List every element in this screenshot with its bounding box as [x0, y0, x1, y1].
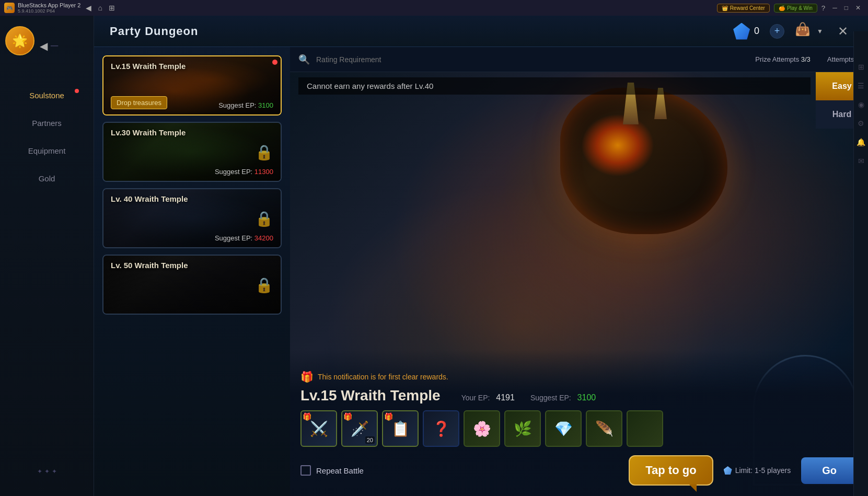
- prize-attempts: Prize Attempts 3/3: [755, 55, 811, 63]
- reward-item-0: 🎁 ⚔️: [300, 410, 337, 447]
- your-ep-value: 4191: [496, 393, 515, 402]
- repeat-checkbox-box[interactable]: [300, 465, 311, 476]
- right-sidebar: ⊞ ☰ ◉ ⚙ 🔔 ✉: [853, 31, 868, 496]
- dungeon-detail: 🔍 Prize Attempts 3/3 Attempts 0: [290, 47, 868, 496]
- action-row: Repeat Battle Tap to go Limit: 1-5 playe…: [300, 455, 858, 486]
- dungeon-card-lv50[interactable]: Lv. 50 Wraith Temple 🔒: [102, 255, 282, 315]
- titlebar-info: BlueStacks App Player 2 5.9.410.1002 P64: [18, 2, 80, 14]
- nav-home-button[interactable]: ⌂: [96, 3, 104, 13]
- add-gem-button[interactable]: +: [770, 24, 784, 39]
- main-content: Party Dungeon 0 + 👜 ▼ ✕: [94, 16, 868, 496]
- notification-text: This notification is for first clear rew…: [318, 373, 448, 381]
- search-bar: 🔍 Prize Attempts 3/3 Attempts 0: [290, 47, 868, 72]
- dungeon-title-lv15: Lv.15 Wraith Temple: [111, 62, 273, 71]
- hard-label: Hard: [832, 110, 851, 119]
- limit-info: Limit: 1-5 players: [724, 466, 791, 475]
- repeat-battle-checkbox[interactable]: Repeat Battle: [300, 465, 364, 476]
- titlebar: 🎮 BlueStacks App Player 2 5.9.410.1002 P…: [0, 0, 868, 16]
- rs-icon-2[interactable]: ☰: [858, 82, 864, 90]
- sidebar-item-gold[interactable]: Gold: [0, 165, 94, 192]
- reward-icon-0: ⚔️: [310, 420, 328, 437]
- prize-attempts-label: Prize Attempts: [755, 55, 799, 63]
- search-input[interactable]: [316, 55, 749, 64]
- dungeon-card-lv15[interactable]: Lv.15 Wraith Temple Drop treasures Sugge…: [102, 55, 282, 116]
- card-bottom-lv30: Suggest EP: 11300: [111, 168, 273, 176]
- close-panel-button[interactable]: ✕: [834, 22, 852, 41]
- breadcrumb-separator: ─: [51, 40, 58, 52]
- suggest-ep-label: Suggest EP:: [530, 394, 571, 402]
- reward-icon-7: 🪶: [595, 420, 614, 437]
- sidebar-item-partners[interactable]: Partners: [0, 109, 94, 137]
- dungeon-ep-lv30: Suggest EP: 11300: [215, 168, 273, 176]
- warning-notice: Cannot earn any rewards after Lv.40: [298, 77, 811, 95]
- dungeon-badge-lv15: Drop treasures: [111, 96, 167, 109]
- topbar: Party Dungeon 0 + 👜 ▼ ✕: [94, 16, 868, 47]
- reward-icon-5: 🌿: [514, 420, 532, 437]
- card-bottom-lv40: Suggest EP: 34200: [111, 234, 273, 242]
- rs-icon-4[interactable]: ⚙: [858, 119, 864, 128]
- reward-count-1: 20: [365, 436, 375, 444]
- rs-icon-6[interactable]: ✉: [858, 157, 864, 165]
- monster-body: [529, 72, 780, 271]
- app-container: 🌟 ◀ ─ Soulstone Partners Equipment Gold …: [0, 16, 868, 496]
- ep-value-lv15: 3100: [258, 101, 273, 109]
- app-version: 5.9.410.1002 P64: [18, 8, 80, 14]
- sidebar-item-soulstone[interactable]: Soulstone: [0, 82, 94, 109]
- titlebar-right: 👑 Reward Center 🍊 Play & Win ? ─ □ ✕: [717, 3, 864, 13]
- sidebar-label-equipment: Equipment: [28, 146, 66, 155]
- go-button-label: Go: [822, 465, 837, 476]
- lock-icon-lv40: 🔒: [255, 210, 273, 227]
- dungeon-title-lv40: Lv. 40 Wraith Temple: [111, 194, 273, 203]
- reward-icon-3: ❓: [432, 420, 450, 437]
- gem-display: 0: [733, 23, 759, 40]
- rs-icon-1[interactable]: ⊞: [858, 63, 864, 71]
- reward-center-button[interactable]: 👑 Reward Center: [717, 4, 770, 13]
- reward-icon-6: 💎: [554, 420, 573, 437]
- reward-item-8: [627, 410, 663, 447]
- gift-badge-1: 🎁: [343, 412, 352, 421]
- easy-label: Easy: [832, 82, 851, 90]
- bag-icon: 👜: [795, 22, 814, 41]
- window-close-button[interactable]: ✕: [852, 3, 864, 13]
- limit-gem-icon: [724, 466, 732, 475]
- ep-info: Your EP: 4191 Suggest EP: 3100: [461, 393, 596, 402]
- your-ep-block: Your EP: 4191: [461, 393, 515, 402]
- app-logo: 🎮: [4, 3, 15, 13]
- go-button[interactable]: Go: [801, 457, 858, 484]
- back-arrow-icon[interactable]: ◀: [40, 40, 48, 52]
- lock-icon-lv50: 🔒: [255, 276, 273, 293]
- limit-label: Limit: 1-5 players: [735, 466, 791, 475]
- nav-back-button[interactable]: ◀: [84, 3, 94, 13]
- titlebar-nav: ◀ ⌂ ⊞: [84, 3, 117, 13]
- maximize-button[interactable]: □: [841, 3, 851, 13]
- tap-to-go-bubble[interactable]: Tap to go: [629, 455, 713, 486]
- dungeon-title-lv50: Lv. 50 Wraith Temple: [111, 261, 273, 270]
- titlebar-left: 🎮 BlueStacks App Player 2 5.9.410.1002 P…: [4, 2, 117, 14]
- ep-label: Suggest EP:: [218, 101, 256, 109]
- reward-item-7: 🪶: [586, 410, 622, 447]
- dungeon-ep-lv15: Suggest EP: 3100: [218, 101, 273, 109]
- suggest-ep-value: 3100: [577, 393, 596, 402]
- sidebar-decoration: ✦✦✦: [0, 468, 94, 475]
- card-content-lv30: Lv.30 Wraith Temple Suggest EP: 11300: [103, 123, 281, 181]
- rs-icon-5[interactable]: 🔔: [857, 138, 865, 146]
- nav-tabs-button[interactable]: ⊞: [107, 3, 117, 13]
- dungeon-card-lv40[interactable]: Lv. 40 Wraith Temple Suggest EP: 34200 🔒: [102, 188, 282, 248]
- dungeon-card-lv30[interactable]: Lv.30 Wraith Temple Suggest EP: 11300 🔒: [102, 122, 282, 182]
- reward-crown-icon: 👑: [722, 5, 728, 11]
- sidebar-label-partners: Partners: [32, 119, 62, 128]
- bag-area[interactable]: 👜 ▼: [795, 22, 823, 41]
- minimize-button[interactable]: ─: [829, 3, 840, 13]
- gift-badge-2: 🎁: [384, 412, 393, 421]
- window-controls: ─ □ ✕: [829, 3, 864, 13]
- reward-item-1: 🎁 🗡️ 20: [341, 410, 378, 447]
- dungeon-ep-lv40: Suggest EP: 34200: [215, 234, 273, 242]
- gem-count: 0: [754, 26, 759, 37]
- rs-icon-3[interactable]: ◉: [858, 100, 864, 109]
- notification-row: 🎁 This notification is for first clear r…: [300, 371, 858, 383]
- card-content-lv40: Lv. 40 Wraith Temple Suggest EP: 34200: [103, 189, 281, 247]
- help-button[interactable]: ?: [821, 4, 825, 12]
- dungeon-title-lv30: Lv.30 Wraith Temple: [111, 128, 273, 137]
- play-win-button[interactable]: 🍊 Play & Win: [774, 4, 817, 13]
- sidebar-item-equipment[interactable]: Equipment: [0, 137, 94, 165]
